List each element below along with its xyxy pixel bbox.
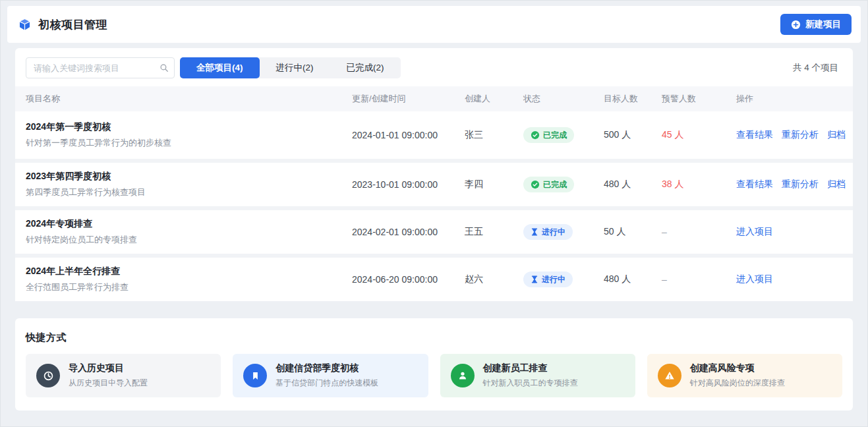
project-creator: 张三 — [465, 129, 523, 141]
action-link[interactable]: 重新分析 — [782, 129, 819, 141]
search-icon[interactable] — [159, 63, 169, 72]
project-name-cell: 2024年上半年全行排查全行范围员工异常行为排查 — [15, 266, 352, 293]
shortcut-card-import-history[interactable]: 导入历史项目从历史项目中导入配置 — [26, 354, 221, 397]
clock-icon — [36, 364, 60, 387]
shortcut-text: 创建信贷部季度初核基于信贷部门特点的快速模板 — [275, 362, 378, 389]
row-actions: 查看结果重新分析归档 — [736, 129, 853, 141]
action-link[interactable]: 查看结果 — [736, 129, 773, 141]
status-badge: 进行中 — [523, 224, 573, 240]
new-project-button[interactable]: 新建项目 — [780, 14, 852, 35]
project-time: 2024-01-01 09:00:00 — [352, 130, 465, 140]
action-link[interactable]: 进入项目 — [736, 226, 773, 238]
search-box — [26, 57, 175, 78]
row-actions: 查看结果重新分析归档 — [736, 179, 853, 190]
bookmark-icon — [243, 364, 267, 387]
project-name: 2023年第四季度初核 — [26, 171, 352, 183]
row-actions: 进入项目 — [736, 273, 853, 285]
shortcut-card-high-risk[interactable]: 创建高风险专项针对高风险岗位的深度排查 — [647, 354, 842, 397]
tab-all[interactable]: 全部项目(4) — [180, 57, 260, 78]
project-desc: 针对第一季度员工异常行为的初步核查 — [26, 137, 352, 149]
project-status-cell: 进行中 — [523, 224, 604, 240]
check-circle-icon — [531, 180, 540, 189]
status-badge: 进行中 — [523, 271, 573, 287]
project-desc: 针对特定岗位员工的专项排查 — [26, 234, 352, 246]
project-creator: 李四 — [465, 179, 523, 190]
target-count: 480 人 — [604, 179, 662, 190]
action-link[interactable]: 归档 — [827, 129, 846, 141]
shortcut-desc: 基于信贷部门特点的快速模板 — [275, 378, 378, 389]
column-header: 状态 — [523, 93, 604, 105]
page: 初核项目管理 新建项目 全部项目(4 — [0, 0, 868, 427]
filter-tabs: 全部项目(4)进行中(2)已完成(2) — [180, 57, 401, 78]
app-logo-cube-icon — [16, 16, 32, 32]
status-label: 已完成 — [543, 179, 567, 190]
warning-count: 38 人 — [662, 179, 736, 190]
project-time: 2024-06-20 09:00:00 — [352, 274, 465, 285]
shortcut-title: 创建高风险专项 — [690, 362, 785, 374]
shortcut-desc: 针对高风险岗位的深度排查 — [690, 378, 785, 389]
project-status-cell: 进行中 — [523, 271, 604, 287]
shortcut-card-new-employee[interactable]: 创建新员工排查针对新入职员工的专项排查 — [440, 354, 635, 397]
table-row: 2023年第四季度初核第四季度员工异常行为核查项目2023-10-01 09:0… — [15, 159, 853, 206]
toolbar: 全部项目(4)进行中(2)已完成(2) 共 4 个项目 — [15, 48, 853, 86]
table-row: 2024年上半年全行排查全行范围员工异常行为排查2024-06-20 09:00… — [15, 254, 853, 301]
action-link[interactable]: 重新分析 — [782, 179, 819, 190]
shortcuts-card: 快捷方式 导入历史项目从历史项目中导入配置创建信贷部季度初核基于信贷部门特点的快… — [15, 318, 853, 411]
project-creator: 王五 — [465, 226, 523, 238]
column-header: 目标人数 — [604, 93, 662, 105]
topbar: 初核项目管理 新建项目 — [7, 6, 861, 43]
warning-count: – — [662, 274, 736, 285]
shortcut-title: 创建新员工排查 — [483, 362, 578, 374]
new-project-label: 新建项目 — [805, 18, 841, 30]
status-label: 进行中 — [542, 274, 565, 285]
target-count: 500 人 — [604, 129, 662, 141]
status-label: 进行中 — [542, 227, 565, 238]
check-circle-icon — [531, 130, 540, 140]
shortcut-text: 创建新员工排查针对新入职员工的专项排查 — [483, 362, 578, 389]
hourglass-icon — [531, 275, 538, 283]
project-time: 2024-02-01 09:00:00 — [352, 227, 465, 237]
shortcut-desc: 针对新入职员工的专项排查 — [483, 378, 578, 389]
project-time: 2023-10-01 09:00:00 — [352, 179, 465, 190]
shortcut-text: 创建高风险专项针对高风险岗位的深度排查 — [690, 362, 785, 389]
column-header: 预警人数 — [662, 93, 736, 105]
tab-completed[interactable]: 已完成(2) — [330, 57, 401, 78]
project-name: 2024年第一季度初核 — [26, 121, 352, 133]
column-header: 操作 — [736, 93, 853, 105]
project-desc: 全行范围员工异常行为排查 — [26, 281, 352, 293]
action-link[interactable]: 进入项目 — [736, 273, 773, 285]
warning-count: – — [662, 227, 736, 237]
action-link[interactable]: 查看结果 — [736, 179, 773, 190]
row-actions: 进入项目 — [736, 226, 853, 238]
target-count: 480 人 — [604, 273, 662, 285]
status-badge: 已完成 — [523, 127, 574, 143]
shortcuts-title: 快捷方式 — [26, 331, 842, 344]
project-status-cell: 已完成 — [523, 127, 604, 143]
project-status-cell: 已完成 — [523, 177, 604, 192]
project-list-card: 全部项目(4)进行中(2)已完成(2) 共 4 个项目 项目名称更新/创建时间创… — [15, 48, 853, 301]
status-badge: 已完成 — [523, 177, 574, 192]
shortcut-card-credit-quarterly[interactable]: 创建信贷部季度初核基于信贷部门特点的快速模板 — [233, 354, 428, 397]
project-name: 2024年上半年全行排查 — [26, 266, 352, 277]
shortcut-title: 创建信贷部季度初核 — [275, 362, 378, 374]
project-name-cell: 2023年第四季度初核第四季度员工异常行为核查项目 — [15, 171, 352, 198]
project-creator: 赵六 — [465, 273, 523, 285]
action-link[interactable]: 归档 — [827, 179, 846, 190]
project-desc: 第四季度员工异常行为核查项目 — [26, 186, 352, 198]
table-body: 2024年第一季度初核针对第一季度员工异常行为的初步核查2024-01-01 0… — [15, 111, 853, 301]
tab-in-progress[interactable]: 进行中(2) — [260, 57, 330, 78]
plus-circle-icon — [791, 20, 801, 30]
warning-icon — [658, 364, 681, 387]
user-icon — [451, 364, 475, 387]
target-count: 50 人 — [604, 226, 662, 238]
hourglass-icon — [531, 228, 538, 236]
project-name-cell: 2024年第一季度初核针对第一季度员工异常行为的初步核查 — [15, 121, 352, 149]
warning-count: 45 人 — [662, 129, 736, 141]
search-input[interactable] — [26, 57, 175, 78]
project-name-cell: 2024年专项排查针对特定岗位员工的专项排查 — [15, 218, 352, 246]
page-title: 初核项目管理 — [38, 17, 107, 32]
shortcut-text: 导入历史项目从历史项目中导入配置 — [69, 362, 148, 389]
topbar-left: 初核项目管理 — [16, 16, 107, 32]
shortcut-row: 导入历史项目从历史项目中导入配置创建信贷部季度初核基于信贷部门特点的快速模板创建… — [26, 354, 842, 397]
table-row: 2024年第一季度初核针对第一季度员工异常行为的初步核查2024-01-01 0… — [15, 111, 853, 159]
